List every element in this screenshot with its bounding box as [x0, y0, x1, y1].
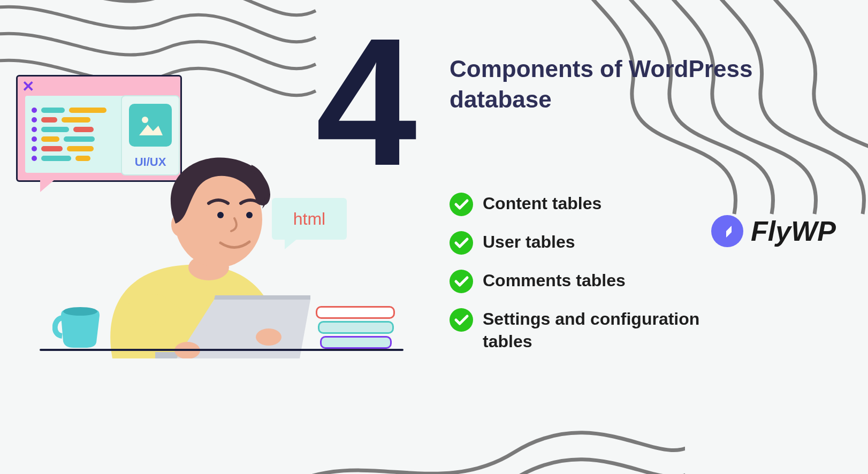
desk-line — [40, 349, 403, 351]
flywp-logo-text: FlyWP — [751, 215, 836, 247]
check-item: Comments tables — [450, 270, 750, 293]
decorative-wave-bottom — [257, 367, 685, 474]
close-icon: ✕ — [22, 78, 34, 95]
check-item: User tables — [450, 231, 750, 255]
check-icon — [450, 308, 473, 332]
svg-point-13 — [63, 307, 97, 316]
check-item: Content tables — [450, 193, 750, 216]
check-item: Settings and configuration tables — [450, 308, 750, 353]
person-illustration — [80, 134, 332, 358]
flywp-logo: FlyWP — [710, 214, 836, 248]
check-item-label: Content tables — [483, 193, 601, 215]
check-icon — [450, 193, 473, 216]
svg-point-12 — [256, 328, 281, 346]
books-illustration — [316, 302, 395, 349]
svg-point-2 — [450, 270, 473, 293]
mug-illustration — [52, 304, 102, 349]
flywp-logo-icon — [710, 214, 744, 248]
checklist: Content tables User tables Comments tabl… — [450, 193, 750, 353]
svg-point-5 — [142, 117, 148, 123]
svg-point-1 — [450, 231, 473, 255]
svg-point-3 — [450, 308, 473, 332]
check-icon — [450, 270, 473, 293]
check-item-label: User tables — [483, 231, 575, 254]
svg-point-10 — [246, 212, 253, 218]
developer-illustration: ✕ UI/UX html — [16, 75, 401, 374]
page-title: Components of WordPress database — [450, 53, 797, 114]
check-item-label: Comments tables — [483, 270, 626, 292]
check-item-label: Settings and configuration tables — [483, 308, 750, 353]
check-icon — [450, 231, 473, 255]
svg-point-9 — [217, 212, 224, 218]
svg-point-0 — [450, 193, 473, 216]
